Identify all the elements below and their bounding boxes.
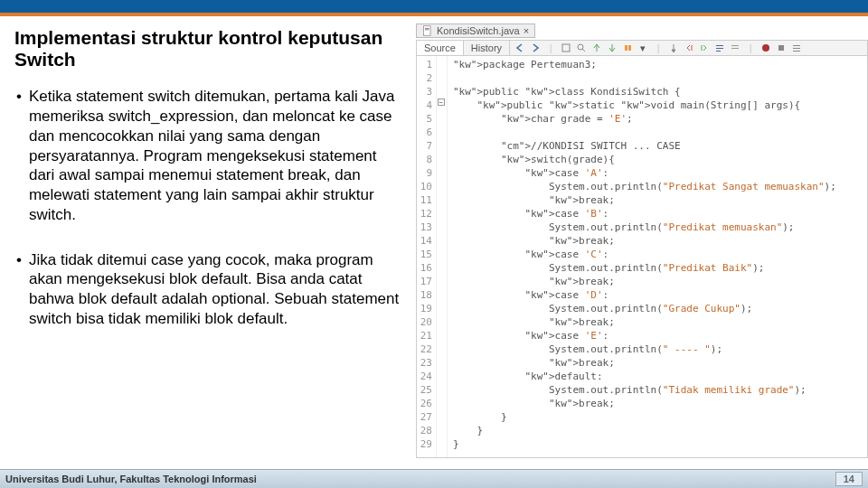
svg-rect-2	[425, 30, 429, 31]
page-number: 14	[835, 472, 863, 486]
nav-back-icon[interactable]	[514, 42, 526, 54]
svg-rect-7	[628, 45, 631, 51]
svg-rect-9	[716, 48, 723, 49]
bullet-1: • Ketika statement switch ditemukan, per…	[14, 87, 403, 224]
code-editor: 1234567891011121314151617181920212223242…	[416, 56, 868, 458]
separator: |	[544, 42, 557, 54]
line-gutter: 1234567891011121314151617181920212223242…	[417, 56, 437, 457]
file-tab-label: KondisiSwitch.java	[437, 25, 520, 36]
svg-rect-15	[793, 45, 800, 46]
svg-rect-0	[424, 26, 431, 36]
comment-icon[interactable]	[713, 42, 726, 54]
record-icon[interactable]	[760, 42, 772, 54]
text-column: Implementasi struktur kontrol keputusan …	[0, 16, 416, 466]
bullet-dot: •	[16, 87, 22, 224]
code-content[interactable]: "kw">package Pertemuan3; "kw">public "kw…	[448, 56, 867, 457]
java-file-icon	[422, 25, 433, 36]
editor-toolbar: Source History | ▾ | |	[416, 40, 868, 56]
svg-rect-6	[625, 45, 627, 51]
uncomment-icon[interactable]	[729, 42, 741, 54]
code-screenshot: KondisiSwitch.java × Source History | ▾ …	[416, 16, 868, 466]
tab-source[interactable]: Source	[417, 41, 464, 55]
dropdown-icon[interactable]: ▾	[637, 42, 649, 54]
footer: Universitas Budi Luhur, Fakultas Teknolo…	[0, 469, 868, 488]
svg-rect-10	[716, 51, 721, 52]
find-icon[interactable]	[575, 42, 588, 54]
bookmark-icon[interactable]	[621, 42, 634, 54]
next-icon[interactable]	[606, 42, 618, 54]
svg-point-13	[762, 44, 769, 52]
options-icon[interactable]	[790, 42, 803, 54]
svg-rect-12	[731, 48, 739, 49]
close-icon[interactable]: ×	[524, 25, 529, 36]
prev-icon[interactable]	[590, 42, 603, 54]
svg-rect-14	[778, 45, 784, 51]
nav-forward-icon[interactable]	[529, 42, 542, 54]
refactor-icon[interactable]	[560, 42, 572, 54]
toolbar-icons: | ▾ | |	[510, 42, 807, 54]
footer-university: Universitas Budi Luhur, Fakultas Teknolo…	[5, 474, 257, 484]
bullet-dot: •	[16, 250, 22, 329]
svg-line-5	[582, 49, 585, 52]
fold-icon[interactable]: −	[438, 99, 445, 106]
svg-rect-11	[731, 45, 739, 46]
file-tab[interactable]: KondisiSwitch.java ×	[416, 23, 535, 38]
svg-rect-17	[793, 51, 800, 52]
svg-rect-3	[562, 44, 570, 52]
tab-history[interactable]: History	[464, 41, 510, 55]
separator: |	[744, 42, 757, 54]
shift-right-icon[interactable]	[698, 42, 711, 54]
svg-rect-8	[716, 45, 723, 46]
svg-rect-16	[793, 48, 800, 49]
slide-title: Implementasi struktur kontrol keputusan …	[14, 27, 403, 70]
bullet-2: • Jika tidak ditemui case yang cocok, ma…	[14, 250, 403, 329]
fold-column: −	[437, 56, 448, 457]
title-bar	[0, 0, 868, 16]
separator: |	[652, 42, 665, 54]
pin-icon[interactable]	[667, 42, 680, 54]
svg-rect-1	[425, 28, 429, 29]
stop-icon[interactable]	[775, 42, 788, 54]
shift-left-icon[interactable]	[683, 42, 695, 54]
slide-body: Implementasi struktur kontrol keputusan …	[0, 16, 868, 466]
bullet-1-text: Ketika statement switch ditemukan, perta…	[29, 87, 403, 224]
bullet-2-text: Jika tidak ditemui case yang cocok, maka…	[29, 250, 403, 329]
